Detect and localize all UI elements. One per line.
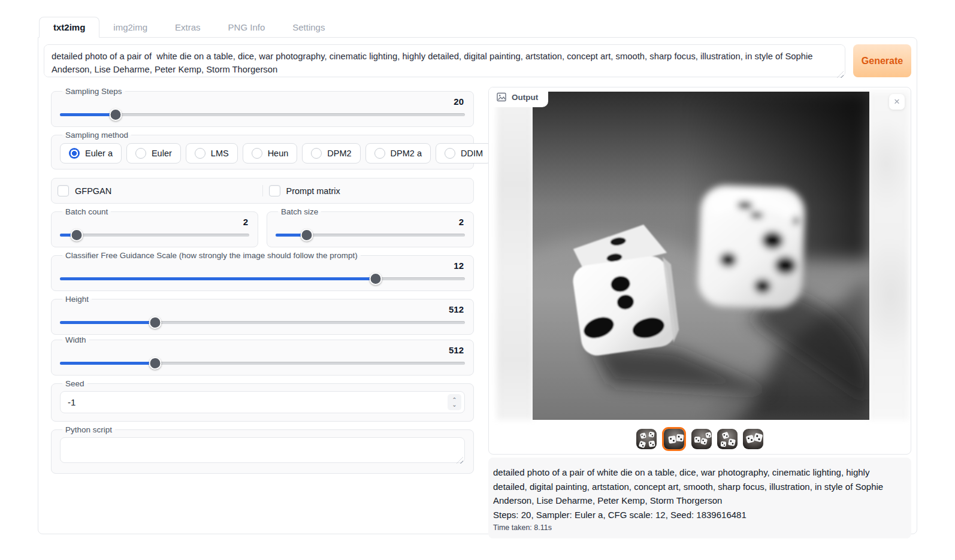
settings-column: Sampling Steps 20 Sampling method Euler … (44, 87, 474, 538)
tab-settings[interactable]: Settings (279, 17, 339, 37)
output-prompt-text: detailed photo of a pair of white die on… (493, 465, 904, 508)
output-label: Output (512, 93, 538, 102)
radio-icon (445, 148, 455, 159)
batch-count-label: Batch count (62, 207, 111, 216)
gallery-thumbnails (489, 426, 911, 452)
checkbox-icon (58, 185, 69, 196)
sampling-method-option[interactable]: LMS (186, 143, 238, 164)
radio-icon (311, 148, 322, 159)
width-value: 512 (60, 345, 464, 355)
batch-size-group: Batch size 2 (267, 207, 474, 247)
batch-count-value: 2 (60, 217, 248, 227)
tab-bar: txt2imgimg2imgExtrasPNG InfoSettings (39, 16, 917, 37)
seed-stepper[interactable]: ⌃ ⌄ (448, 394, 461, 410)
radio-label: LMS (211, 149, 229, 158)
cfg-scale-group: Classifier Free Guidance Scale (how stro… (51, 251, 474, 291)
prompt-input[interactable]: detailed photo of a pair of white die on… (44, 44, 845, 77)
gallery-blur-right (868, 92, 909, 420)
sampling-method-option[interactable]: DDIM (436, 143, 492, 164)
height-label: Height (62, 295, 92, 304)
slider-fill (60, 277, 376, 280)
prompt-row: detailed photo of a pair of white die on… (44, 44, 911, 80)
seed-input[interactable] (60, 391, 465, 413)
sampling-method-options: Euler aEulerLMSHeunDPM2DPM2 aDDIMPLMS (60, 143, 465, 164)
checkbox-label: Prompt matrix (286, 186, 340, 196)
tab-extras[interactable]: Extras (161, 17, 214, 37)
height-group: Height 512 (51, 295, 474, 335)
txt2img-panel: detailed photo of a pair of white die on… (38, 37, 917, 534)
stepper-down-icon[interactable]: ⌄ (452, 402, 457, 407)
radio-icon (195, 148, 205, 159)
tab-png-info[interactable]: PNG Info (214, 17, 279, 37)
close-icon[interactable]: × (889, 94, 905, 110)
cfg-scale-value: 12 (60, 261, 464, 271)
slider-fill (60, 321, 155, 324)
toggle-row: GFPGANPrompt matrix (51, 178, 474, 204)
sampling-method-option[interactable]: DPM2 a (365, 143, 431, 164)
sampling-method-option[interactable]: Heun (243, 143, 298, 164)
slider-track[interactable] (60, 234, 249, 237)
sampling-steps-value: 20 (60, 96, 464, 107)
radio-icon (252, 148, 262, 159)
output-params-text: Steps: 20, Sampler: Euler a, CFG scale: … (493, 508, 904, 522)
sampling-steps-slider[interactable] (60, 108, 465, 121)
height-value: 512 (60, 304, 464, 314)
slider-thumb[interactable] (301, 229, 313, 241)
gallery-thumbnail-dice-grid[interactable] (636, 429, 657, 449)
width-slider[interactable] (60, 357, 465, 370)
gallery-thumbnail-dice-table[interactable] (691, 429, 712, 449)
radio-label: DPM2 (327, 149, 351, 158)
width-label: Width (62, 335, 89, 344)
checkbox-icon (269, 185, 280, 196)
height-slider[interactable] (60, 316, 465, 329)
gallery-thumbnail-dice-pair[interactable] (662, 427, 686, 451)
seed-group: Seed ⌃ ⌄ (51, 379, 474, 422)
gallery-thumbnail-dice-spill[interactable] (717, 429, 738, 449)
python-script-input[interactable] (60, 437, 465, 463)
sampling-steps-label: Sampling Steps (62, 87, 125, 96)
radio-icon (135, 148, 146, 159)
cfg-scale-slider[interactable] (60, 273, 465, 285)
slider-fill (60, 362, 155, 365)
radio-label: DPM2 a (391, 149, 422, 158)
radio-icon (374, 148, 385, 159)
batch-size-slider[interactable] (276, 229, 465, 241)
output-time-text: Time taken: 8.11s (493, 523, 904, 532)
batch-count-group: Batch count 2 (51, 207, 258, 247)
radio-label: DDIM (461, 149, 483, 158)
slider-fill (60, 113, 116, 116)
tab-img2img[interactable]: img2img (99, 17, 161, 37)
slider-thumb[interactable] (149, 316, 161, 329)
sampling-method-option[interactable]: Euler (126, 143, 181, 164)
gfpgan-checkbox[interactable]: GFPGAN (52, 185, 262, 196)
slider-thumb[interactable] (109, 108, 122, 121)
slider-thumb[interactable] (370, 273, 382, 285)
image-icon (497, 92, 506, 102)
output-label-chip: Output (489, 87, 548, 107)
output-column: Output × (488, 87, 911, 538)
output-info: detailed photo of a pair of white die on… (488, 458, 911, 538)
prompt-matrix-checkbox[interactable]: Prompt matrix (262, 185, 474, 196)
radio-label: Euler (152, 149, 172, 158)
batch-size-label: Batch size (278, 207, 321, 216)
radio-label: Euler a (85, 149, 113, 158)
sampling-method-option[interactable]: DPM2 (302, 143, 360, 164)
slider-thumb[interactable] (149, 357, 161, 370)
gallery-blur-left (497, 92, 533, 420)
batch-count-slider[interactable] (60, 229, 249, 241)
stable-diffusion-app: txt2imgimg2imgExtrasPNG InfoSettings det… (38, 16, 917, 534)
tab-txt2img[interactable]: txt2img (39, 17, 99, 38)
gallery-thumbnail-dice-roll[interactable] (743, 429, 763, 449)
radio-selected-icon (69, 148, 80, 159)
radio-label: Heun (268, 149, 289, 158)
seed-label: Seed (62, 379, 87, 388)
generated-image[interactable] (533, 92, 869, 420)
sampling-steps-group: Sampling Steps 20 (51, 87, 474, 127)
batch-size-value: 2 (276, 217, 464, 227)
sampling-method-option[interactable]: Euler a (60, 143, 122, 164)
generate-button[interactable]: Generate (853, 44, 911, 77)
sampling-method-group: Sampling method Euler aEulerLMSHeunDPM2D… (51, 131, 474, 169)
output-gallery: Output × (488, 87, 911, 455)
slider-thumb[interactable] (71, 229, 83, 241)
cfg-scale-label: Classifier Free Guidance Scale (how stro… (62, 251, 361, 260)
